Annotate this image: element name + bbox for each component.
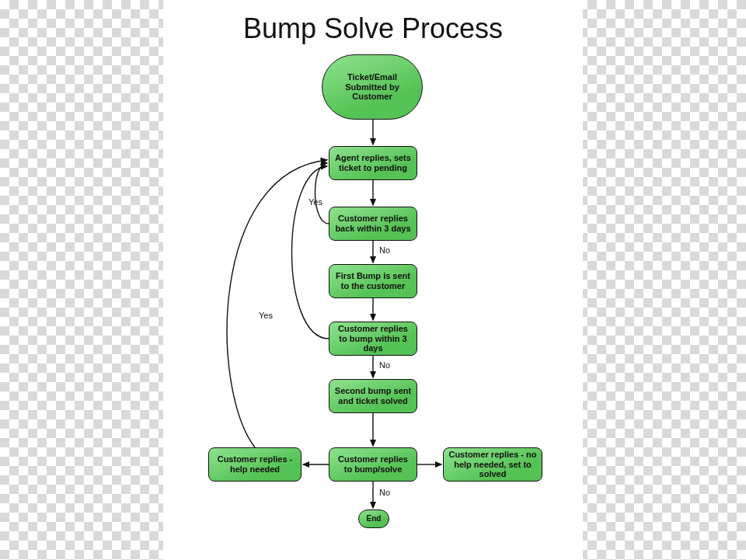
node-help-needed: Customer replies - help needed xyxy=(208,447,302,482)
node-second-bump: Second bump sent and ticket solved xyxy=(329,379,417,413)
node-customer-replies-3days-a: Customer replies back within 3 days xyxy=(329,207,417,241)
node-end: End xyxy=(358,510,389,528)
node-first-bump: First Bump is sent to the customer xyxy=(329,264,417,298)
diagram-title: Bump Solve Process xyxy=(163,12,583,45)
diagram-canvas: Bump Solve Process Ticket/Email Submitte… xyxy=(163,0,583,560)
edge-label-no-2: No xyxy=(379,360,390,370)
edge-label-yes-1: Yes xyxy=(309,197,322,207)
node-bump-solve: Customer replies to bump/solve xyxy=(329,447,417,482)
edge-label-yes-2: Yes xyxy=(259,311,273,320)
node-agent-replies: Agent replies, sets ticket to pending xyxy=(329,146,417,180)
node-start: Ticket/Email Submitted by Customer xyxy=(322,54,423,120)
edge-label-no-1: No xyxy=(379,245,390,255)
node-customer-replies-3days-b: Customer replies to bump within 3 days xyxy=(329,322,417,356)
edge-label-no-3: No xyxy=(379,488,390,497)
node-no-help-needed: Customer replies - no help needed, set t… xyxy=(443,447,542,482)
